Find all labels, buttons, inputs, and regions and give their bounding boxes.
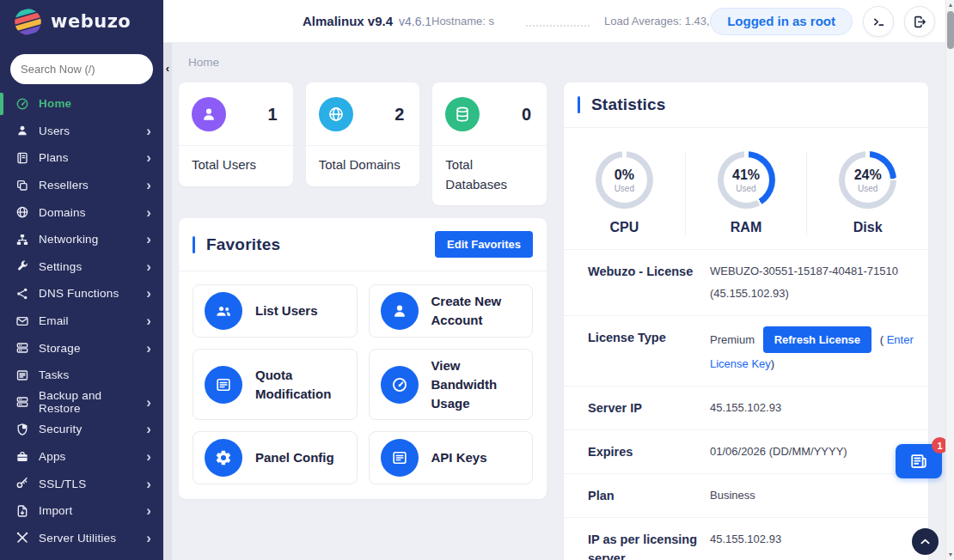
scrollbar-up-arrow[interactable]: ▲ bbox=[946, 1, 954, 9]
chevron-right-icon: › bbox=[146, 449, 151, 464]
sidebar-menu: Home Users› Plans› Resellers› Domains› N… bbox=[0, 90, 163, 551]
terminal-icon bbox=[871, 15, 886, 29]
table-row: Expires 01/06/2026 (DD/MM/YYYY) bbox=[564, 429, 928, 473]
scrollbar-thumb[interactable] bbox=[947, 11, 954, 49]
card-label: Total Domains bbox=[306, 146, 420, 186]
total-databases-card[interactable]: 0 Total Databases bbox=[432, 82, 547, 205]
accent-bar bbox=[578, 96, 580, 113]
logout-button[interactable] bbox=[904, 6, 935, 37]
sidebar-item-storage[interactable]: Storage› bbox=[0, 334, 163, 362]
favorites-panel: Favorites Edit Favorites List Users Crea… bbox=[179, 218, 547, 499]
refresh-license-button[interactable]: Refresh License bbox=[763, 326, 871, 353]
search-input[interactable] bbox=[21, 63, 172, 76]
sidebar-item-email[interactable]: Email› bbox=[0, 307, 163, 335]
network-icon bbox=[15, 233, 29, 247]
sidebar-item-domains[interactable]: Domains› bbox=[0, 198, 163, 226]
sidebar-item-backup-and-restore[interactable]: Backup and Restore› bbox=[0, 389, 163, 417]
sidebar-item-apps[interactable]: Apps› bbox=[0, 443, 163, 471]
table-row: Server IP 45.155.102.93 bbox=[564, 386, 928, 429]
hostname-redacted bbox=[526, 25, 590, 27]
scrollbar-down-arrow[interactable]: ▼ bbox=[946, 551, 954, 559]
sidebar-item-settings[interactable]: Settings› bbox=[0, 253, 163, 281]
chevron-right-icon: › bbox=[146, 395, 151, 410]
chevron-right-icon: › bbox=[146, 124, 151, 138]
sidebar-item-plans[interactable]: Plans› bbox=[0, 144, 163, 172]
gauge-icon bbox=[381, 366, 419, 404]
chevron-right-icon: › bbox=[146, 259, 151, 274]
chevron-right-icon: › bbox=[146, 178, 151, 192]
panel-version: v4.6.1 bbox=[399, 0, 431, 43]
table-row: Webuzo - License WEBUZO-30551-15187-4048… bbox=[564, 250, 928, 315]
ram-donut-chart: 41%Used bbox=[718, 151, 775, 209]
user-icon bbox=[192, 97, 226, 131]
license-type-value: Premium bbox=[710, 333, 755, 346]
sidebar-item-tasks[interactable]: Tasks bbox=[0, 362, 163, 389]
favorite-list-users[interactable]: List Users bbox=[193, 284, 358, 338]
card-label: Total Users bbox=[179, 146, 293, 186]
disk-gauge: 24%Used Disk bbox=[806, 151, 928, 235]
sidebar-item-ssl-tls[interactable]: SSL/TLS› bbox=[0, 470, 163, 497]
sidebar-item-import[interactable]: Import› bbox=[0, 497, 163, 525]
share-nodes-icon bbox=[15, 287, 29, 301]
list-icon bbox=[381, 439, 419, 477]
terminal-button[interactable] bbox=[863, 6, 894, 37]
news-button[interactable]: 1 bbox=[896, 444, 942, 478]
chevron-up-icon bbox=[919, 535, 932, 548]
chevron-right-icon: › bbox=[146, 503, 151, 518]
favorite-api-keys[interactable]: API Keys bbox=[369, 431, 534, 484]
sidebar-item-users[interactable]: Users› bbox=[0, 118, 163, 145]
sidebar-edge-strip: ‹ bbox=[163, 43, 172, 560]
gear-icon bbox=[205, 439, 242, 477]
sidebar-item-server-utilities[interactable]: Server Utilities› bbox=[0, 525, 163, 552]
webuzo-logo[interactable]: webuzo bbox=[0, 0, 163, 43]
favorite-create-new-account[interactable]: Create New Account bbox=[369, 284, 534, 338]
server-icon bbox=[15, 341, 29, 355]
logged-in-as-root-button[interactable]: Logged in as root bbox=[710, 8, 853, 35]
sidebar-item-networking[interactable]: Networking› bbox=[0, 226, 163, 253]
table-row: License Type Premium Refresh License ( E… bbox=[564, 315, 928, 386]
license-info-table: Webuzo - License WEBUZO-30551-15187-4048… bbox=[564, 250, 928, 560]
breadcrumb[interactable]: Home bbox=[188, 56, 219, 69]
list-icon bbox=[15, 368, 29, 382]
chevron-right-icon: › bbox=[146, 232, 151, 247]
globe-icon bbox=[319, 97, 353, 131]
scroll-to-top-button[interactable] bbox=[912, 528, 939, 555]
list-icon bbox=[205, 366, 242, 404]
chevron-right-icon: › bbox=[146, 313, 151, 328]
key-icon bbox=[15, 477, 29, 490]
sidebar-collapse-handle[interactable]: ‹ bbox=[163, 57, 172, 79]
sidebar-item-security[interactable]: Security› bbox=[0, 416, 163, 443]
total-users-count: 1 bbox=[268, 105, 278, 125]
sidebar: Home Users› Plans› Resellers› Domains› N… bbox=[0, 43, 163, 560]
shield-icon bbox=[15, 423, 29, 436]
address-book-icon bbox=[15, 151, 29, 165]
table-row: Plan Business bbox=[564, 473, 928, 517]
gauge-icon bbox=[15, 97, 29, 111]
sidebar-item-dns-functions[interactable]: DNS Functions› bbox=[0, 280, 163, 307]
brand-name: webuzo bbox=[51, 11, 131, 32]
search-box[interactable] bbox=[10, 54, 153, 84]
chevron-right-icon: › bbox=[146, 477, 151, 491]
cpu-donut-chart: 0%Used bbox=[596, 151, 653, 209]
favorite-panel-config[interactable]: Panel Config bbox=[193, 431, 358, 484]
database-icon bbox=[445, 97, 480, 131]
card-label: Total Databases bbox=[432, 146, 547, 205]
sign-out-icon bbox=[913, 15, 927, 29]
accent-bar bbox=[193, 236, 195, 253]
chevron-right-icon: › bbox=[146, 531, 151, 545]
total-domains-card[interactable]: 2 Total Domains bbox=[306, 82, 420, 186]
cpu-gauge: 0%Used CPU bbox=[564, 151, 685, 235]
table-row: IP as per licensing server 45.155.102.93 bbox=[564, 517, 928, 560]
favorite-view-bandwidth-usage[interactable]: View Bandwidth Usage bbox=[369, 349, 534, 420]
stat-cards-row: 1 Total Users 2 Total Domains 0 Total Da… bbox=[179, 82, 547, 205]
chevron-right-icon: › bbox=[146, 422, 151, 436]
tools-icon bbox=[15, 531, 29, 545]
sidebar-item-home[interactable]: Home bbox=[0, 90, 163, 118]
copy-icon bbox=[15, 179, 29, 192]
total-users-card[interactable]: 1 Total Users bbox=[179, 82, 293, 186]
sidebar-item-resellers[interactable]: Resellers› bbox=[0, 172, 163, 199]
hostname-label: Hostname: s bbox=[431, 0, 494, 43]
edit-favorites-button[interactable]: Edit Favorites bbox=[435, 231, 533, 258]
user-icon bbox=[15, 124, 29, 137]
favorite-quota-modification[interactable]: Quota Modification bbox=[193, 349, 358, 420]
